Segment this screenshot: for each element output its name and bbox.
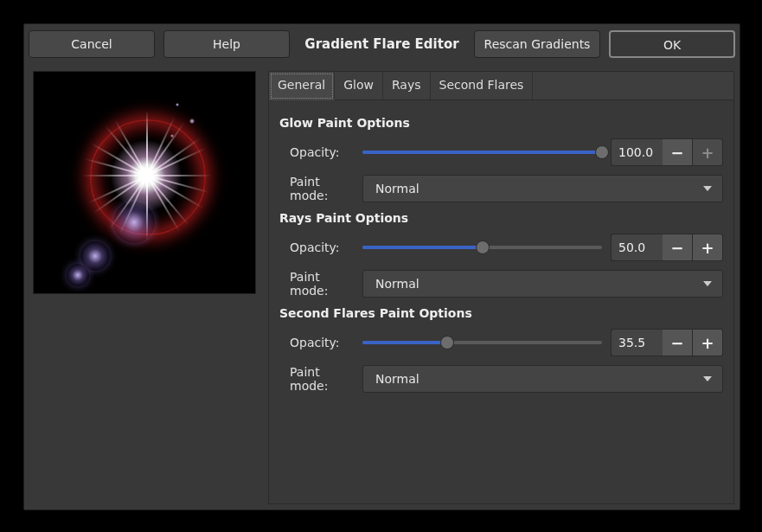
preview-second-flare (67, 264, 89, 286)
minus-icon[interactable]: − (663, 138, 693, 166)
minus-icon[interactable]: − (663, 234, 693, 261)
opacity-label: Opacity: (290, 336, 354, 349)
preview-second-flare (113, 202, 155, 243)
plus-icon[interactable]: + (693, 329, 723, 356)
paint-mode-label: Paint mode: (290, 175, 354, 202)
slider-fill (362, 151, 602, 154)
slider-fill (362, 341, 447, 344)
paint-mode-label: Paint mode: (290, 365, 354, 393)
plus-icon[interactable]: + (693, 234, 723, 261)
slider-fill (362, 246, 483, 249)
tab-general-body: Glow Paint Options Opacity: 100.0 − + (269, 100, 733, 401)
dropdown-value: Normal (375, 277, 419, 291)
glow-opacity-spin: 100.0 − + (611, 138, 723, 166)
rays-opacity-slider[interactable] (362, 240, 602, 255)
second-opacity-input[interactable]: 35.5 (611, 329, 663, 356)
chevron-down-icon (703, 281, 712, 286)
dialog-body: General Glow Rays Second Flares Glow Pai… (24, 61, 740, 510)
chevron-down-icon (703, 186, 712, 191)
glow-paintmode-row: Paint mode: Normal (290, 175, 723, 202)
second-flares-section-title: Second Flares Paint Options (279, 306, 723, 320)
preview-area (33, 71, 258, 504)
preview-flare-core (146, 176, 148, 177)
tab-rays[interactable]: Rays (383, 72, 431, 99)
cancel-button[interactable]: Cancel (29, 30, 155, 58)
tab-bar: General Glow Rays Second Flares (269, 72, 733, 100)
second-opacity-spin: 35.5 − + (611, 329, 723, 356)
glow-paint-mode-select[interactable]: Normal (362, 175, 723, 202)
help-button[interactable]: Help (163, 30, 290, 58)
rays-paintmode-row: Paint mode: Normal (290, 270, 723, 298)
settings-panel: General Glow Rays Second Flares Glow Pai… (268, 71, 734, 504)
second-opacity-row: Opacity: 35.5 − + (290, 329, 723, 356)
tab-second-flares[interactable]: Second Flares (431, 72, 534, 99)
paint-mode-label: Paint mode: (290, 270, 354, 298)
tab-general[interactable]: General (269, 72, 335, 100)
chevron-down-icon (703, 376, 712, 381)
rays-paint-mode-select[interactable]: Normal (362, 270, 723, 298)
rays-opacity-spin: 50.0 − + (611, 234, 723, 261)
dropdown-value: Normal (375, 372, 419, 386)
dialog-button-row: Cancel Help Gradient Flare Editor Rescan… (24, 24, 740, 61)
preview-speck (189, 119, 195, 124)
preview-burst (107, 137, 185, 215)
gradient-flare-editor-dialog: Cancel Help Gradient Flare Editor Rescan… (23, 23, 740, 510)
flare-preview (33, 71, 256, 294)
glow-section-title: Glow Paint Options (279, 116, 723, 130)
ok-button[interactable]: OK (609, 30, 735, 58)
slider-thumb[interactable] (595, 145, 609, 159)
glow-opacity-slider[interactable] (362, 144, 602, 160)
tab-glow[interactable]: Glow (335, 72, 383, 99)
slider-thumb[interactable] (440, 336, 454, 349)
glow-opacity-row: Opacity: 100.0 − + (290, 138, 723, 166)
opacity-label: Opacity: (290, 240, 354, 254)
rays-section-title: Rays Paint Options (279, 211, 723, 225)
glow-opacity-input[interactable]: 100.0 (611, 138, 663, 166)
minus-icon[interactable]: − (663, 329, 693, 356)
dropdown-value: Normal (375, 182, 419, 195)
preview-speck (176, 103, 179, 106)
slider-thumb[interactable] (476, 240, 490, 254)
rays-opacity-input[interactable]: 50.0 (611, 234, 663, 261)
second-paintmode-row: Paint mode: Normal (290, 365, 723, 393)
rescan-gradients-button[interactable]: Rescan Gradients (474, 30, 600, 58)
opacity-label: Opacity: (290, 145, 354, 159)
rays-opacity-row: Opacity: 50.0 − + (290, 234, 723, 261)
second-opacity-slider[interactable] (362, 335, 602, 350)
plus-icon[interactable]: + (693, 138, 723, 166)
dialog-title: Gradient Flare Editor (298, 36, 465, 52)
second-paint-mode-select[interactable]: Normal (362, 365, 723, 393)
